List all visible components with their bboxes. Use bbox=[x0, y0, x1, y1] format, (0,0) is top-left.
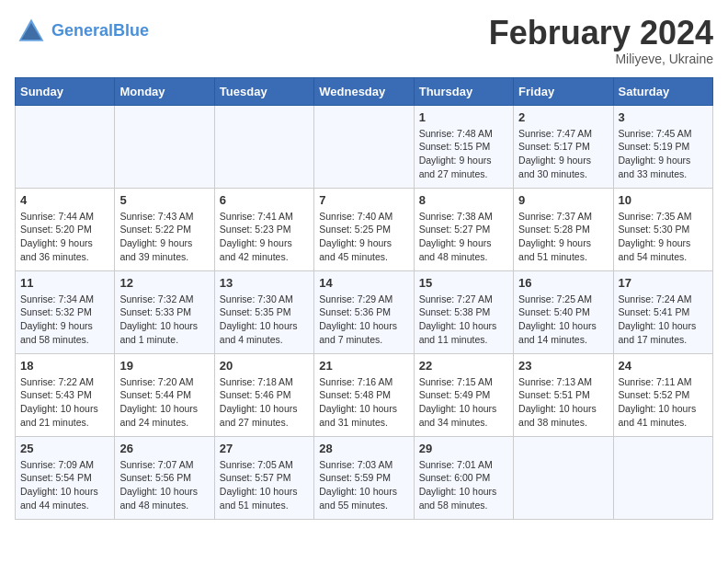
logo-text: GeneralBlue bbox=[51, 22, 149, 40]
day-info: Sunrise: 7:40 AMSunset: 5:25 PMDaylight:… bbox=[319, 210, 408, 264]
day-info: Sunrise: 7:44 AMSunset: 5:20 PMDaylight:… bbox=[20, 210, 109, 264]
day-info: Sunrise: 7:34 AMSunset: 5:32 PMDaylight:… bbox=[20, 293, 109, 347]
calendar-day bbox=[115, 105, 214, 188]
day-info: Sunrise: 7:03 AMSunset: 5:59 PMDaylight:… bbox=[319, 458, 408, 512]
day-info: Sunrise: 7:43 AMSunset: 5:22 PMDaylight:… bbox=[119, 210, 209, 264]
day-number: 20 bbox=[220, 359, 309, 373]
calendar-day: 15Sunrise: 7:27 AMSunset: 5:38 PMDayligh… bbox=[414, 270, 513, 353]
calendar-day: 11Sunrise: 7:34 AMSunset: 5:32 PMDayligh… bbox=[16, 270, 115, 353]
calendar-day: 5Sunrise: 7:43 AMSunset: 5:22 PMDaylight… bbox=[115, 188, 214, 270]
day-number: 23 bbox=[518, 359, 608, 373]
day-number: 13 bbox=[220, 276, 309, 290]
calendar-day: 26Sunrise: 7:07 AMSunset: 5:56 PMDayligh… bbox=[115, 436, 214, 519]
day-info: Sunrise: 7:05 AMSunset: 5:57 PMDaylight:… bbox=[220, 458, 309, 512]
weekday-header-sunday: Sunday bbox=[16, 77, 115, 105]
calendar-day: 6Sunrise: 7:41 AMSunset: 5:23 PMDaylight… bbox=[214, 188, 313, 270]
day-info: Sunrise: 7:22 AMSunset: 5:43 PMDaylight:… bbox=[20, 375, 109, 430]
weekday-header-thursday: Thursday bbox=[414, 77, 513, 105]
weekday-header-tuesday: Tuesday bbox=[214, 77, 313, 105]
day-number: 4 bbox=[20, 193, 109, 207]
day-info: Sunrise: 7:37 AMSunset: 5:28 PMDaylight:… bbox=[518, 210, 608, 264]
day-number: 8 bbox=[419, 193, 508, 207]
calendar-day: 7Sunrise: 7:40 AMSunset: 5:25 PMDaylight… bbox=[314, 188, 414, 270]
calendar-day: 29Sunrise: 7:01 AMSunset: 6:00 PMDayligh… bbox=[414, 436, 513, 519]
weekday-header-monday: Monday bbox=[115, 77, 214, 105]
day-info: Sunrise: 7:41 AMSunset: 5:23 PMDaylight:… bbox=[220, 210, 309, 264]
calendar-day: 16Sunrise: 7:25 AMSunset: 5:40 PMDayligh… bbox=[514, 270, 613, 353]
weekday-header-saturday: Saturday bbox=[613, 77, 712, 105]
calendar-week-1: 1Sunrise: 7:48 AMSunset: 5:15 PMDaylight… bbox=[16, 105, 713, 188]
day-number: 21 bbox=[319, 359, 408, 373]
calendar-day: 19Sunrise: 7:20 AMSunset: 5:44 PMDayligh… bbox=[115, 353, 214, 436]
weekday-header-friday: Friday bbox=[514, 77, 613, 105]
day-info: Sunrise: 7:25 AMSunset: 5:40 PMDaylight:… bbox=[518, 293, 608, 347]
day-info: Sunrise: 7:45 AMSunset: 5:19 PMDaylight:… bbox=[619, 127, 708, 181]
day-number: 18 bbox=[20, 359, 109, 373]
weekday-header-row: SundayMondayTuesdayWednesdayThursdayFrid… bbox=[16, 77, 713, 105]
day-number: 10 bbox=[619, 193, 708, 207]
calendar-day: 9Sunrise: 7:37 AMSunset: 5:28 PMDaylight… bbox=[514, 188, 613, 270]
calendar-day: 21Sunrise: 7:16 AMSunset: 5:48 PMDayligh… bbox=[314, 353, 414, 436]
day-info: Sunrise: 7:18 AMSunset: 5:46 PMDaylight:… bbox=[220, 375, 309, 430]
day-info: Sunrise: 7:15 AMSunset: 5:49 PMDaylight:… bbox=[419, 375, 508, 430]
day-info: Sunrise: 7:20 AMSunset: 5:44 PMDaylight:… bbox=[119, 375, 209, 430]
calendar-week-4: 18Sunrise: 7:22 AMSunset: 5:43 PMDayligh… bbox=[16, 353, 713, 436]
day-number: 22 bbox=[419, 359, 508, 373]
month-title: February 2024 bbox=[489, 15, 713, 52]
calendar-day: 2Sunrise: 7:47 AMSunset: 5:17 PMDaylight… bbox=[514, 105, 613, 188]
calendar-day: 25Sunrise: 7:09 AMSunset: 5:54 PMDayligh… bbox=[16, 436, 115, 519]
day-info: Sunrise: 7:24 AMSunset: 5:41 PMDaylight:… bbox=[619, 293, 708, 347]
day-number: 27 bbox=[220, 442, 309, 455]
page-header: GeneralBlue February 2024 Miliyeve, Ukra… bbox=[15, 15, 713, 66]
day-info: Sunrise: 7:09 AMSunset: 5:54 PMDaylight:… bbox=[20, 458, 109, 512]
day-number: 5 bbox=[119, 193, 209, 207]
calendar-day bbox=[613, 436, 712, 519]
calendar-day: 20Sunrise: 7:18 AMSunset: 5:46 PMDayligh… bbox=[214, 353, 313, 436]
day-info: Sunrise: 7:13 AMSunset: 5:51 PMDaylight:… bbox=[518, 375, 608, 430]
location-subtitle: Miliyeve, Ukraine bbox=[489, 52, 713, 66]
calendar-day: 17Sunrise: 7:24 AMSunset: 5:41 PMDayligh… bbox=[613, 270, 712, 353]
day-info: Sunrise: 7:29 AMSunset: 5:36 PMDaylight:… bbox=[319, 293, 408, 347]
calendar-day: 13Sunrise: 7:30 AMSunset: 5:35 PMDayligh… bbox=[214, 270, 313, 353]
day-info: Sunrise: 7:11 AMSunset: 5:52 PMDaylight:… bbox=[619, 375, 708, 430]
calendar-day: 1Sunrise: 7:48 AMSunset: 5:15 PMDaylight… bbox=[414, 105, 513, 188]
day-number: 3 bbox=[619, 110, 708, 124]
day-number: 16 bbox=[518, 276, 608, 290]
calendar-day: 28Sunrise: 7:03 AMSunset: 5:59 PMDayligh… bbox=[314, 436, 414, 519]
calendar-day: 3Sunrise: 7:45 AMSunset: 5:19 PMDaylight… bbox=[613, 105, 712, 188]
calendar-day: 10Sunrise: 7:35 AMSunset: 5:30 PMDayligh… bbox=[613, 188, 712, 270]
day-number: 25 bbox=[20, 442, 109, 455]
day-number: 1 bbox=[419, 110, 508, 124]
day-info: Sunrise: 7:32 AMSunset: 5:33 PMDaylight:… bbox=[119, 293, 209, 347]
calendar-day bbox=[514, 436, 613, 519]
day-number: 15 bbox=[419, 276, 508, 290]
day-info: Sunrise: 7:16 AMSunset: 5:48 PMDaylight:… bbox=[319, 375, 408, 430]
calendar-day: 23Sunrise: 7:13 AMSunset: 5:51 PMDayligh… bbox=[514, 353, 613, 436]
calendar-day bbox=[314, 105, 414, 188]
day-number: 29 bbox=[419, 442, 508, 455]
calendar-day: 8Sunrise: 7:38 AMSunset: 5:27 PMDaylight… bbox=[414, 188, 513, 270]
calendar-day: 18Sunrise: 7:22 AMSunset: 5:43 PMDayligh… bbox=[16, 353, 115, 436]
calendar-day: 24Sunrise: 7:11 AMSunset: 5:52 PMDayligh… bbox=[613, 353, 712, 436]
logo-icon bbox=[15, 15, 48, 48]
day-number: 26 bbox=[119, 442, 209, 455]
day-number: 6 bbox=[220, 193, 309, 207]
logo: GeneralBlue bbox=[15, 15, 149, 48]
day-number: 17 bbox=[619, 276, 708, 290]
day-number: 24 bbox=[619, 359, 708, 373]
day-number: 14 bbox=[319, 276, 408, 290]
day-number: 12 bbox=[119, 276, 209, 290]
calendar-day: 27Sunrise: 7:05 AMSunset: 5:57 PMDayligh… bbox=[214, 436, 313, 519]
day-number: 2 bbox=[518, 110, 608, 124]
day-info: Sunrise: 7:07 AMSunset: 5:56 PMDaylight:… bbox=[119, 458, 209, 512]
calendar-day: 12Sunrise: 7:32 AMSunset: 5:33 PMDayligh… bbox=[115, 270, 214, 353]
day-number: 19 bbox=[119, 359, 209, 373]
calendar-day bbox=[214, 105, 313, 188]
weekday-header-wednesday: Wednesday bbox=[314, 77, 414, 105]
day-number: 7 bbox=[319, 193, 408, 207]
day-number: 9 bbox=[518, 193, 608, 207]
calendar-week-3: 11Sunrise: 7:34 AMSunset: 5:32 PMDayligh… bbox=[16, 270, 713, 353]
day-info: Sunrise: 7:01 AMSunset: 6:00 PMDaylight:… bbox=[419, 458, 508, 512]
calendar-day: 22Sunrise: 7:15 AMSunset: 5:49 PMDayligh… bbox=[414, 353, 513, 436]
calendar-day bbox=[16, 105, 115, 188]
